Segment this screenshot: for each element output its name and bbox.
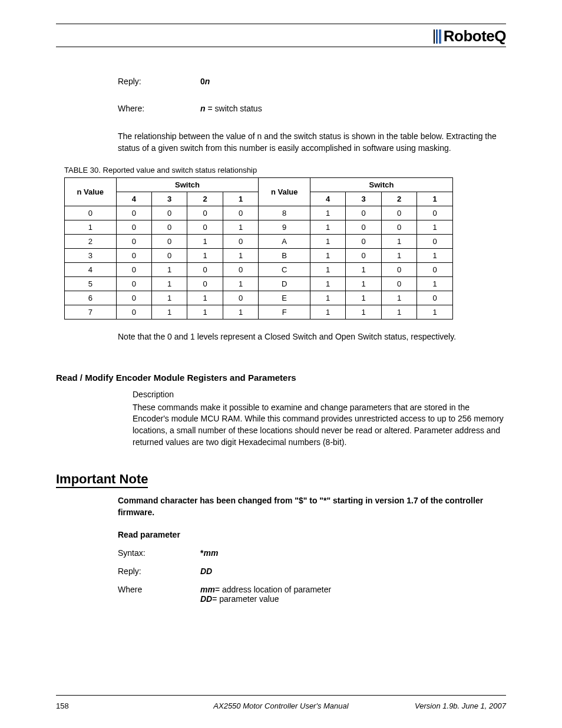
table-cell: 0 xyxy=(116,305,151,319)
table-cell: 7 xyxy=(65,305,117,319)
table-cell: 1 xyxy=(223,220,258,235)
table-cell: 1 xyxy=(310,220,345,235)
table-cell: 0 xyxy=(65,206,117,220)
where-value: n = switch status xyxy=(200,104,262,113)
syntax-row: Syntax: *mm xyxy=(118,548,506,558)
table-cell: 0 xyxy=(346,235,381,249)
reply-row: Reply: 0n xyxy=(118,77,506,86)
logo-text: RoboteQ xyxy=(444,27,506,45)
table-row: 1000191001 xyxy=(65,220,453,235)
table-cell: 0 xyxy=(346,206,381,220)
brand-logo: RoboteQ xyxy=(434,27,506,45)
where-row: Where: n = switch status xyxy=(118,104,506,113)
table-cell: 0 xyxy=(116,206,151,220)
header-row: RoboteQ xyxy=(56,27,506,47)
switch-table: n Value Switch n Value Switch 4 3 2 1 4 … xyxy=(64,177,453,319)
page: RoboteQ Reply: 0n Where: n = switch stat… xyxy=(0,0,562,728)
table-cell: 0 xyxy=(116,291,151,305)
top-rule xyxy=(56,24,506,24)
table-cell: 1 xyxy=(151,277,187,291)
table-cell: 0 xyxy=(381,277,416,291)
table-cell: 0 xyxy=(116,249,151,263)
content: Reply: 0n Where: n = switch status The r… xyxy=(56,47,506,604)
table-cell: 1 xyxy=(187,235,223,249)
table-cell: 1 xyxy=(417,249,453,263)
table-cell: 1 xyxy=(381,291,416,305)
syntax-label: Syntax: xyxy=(118,548,200,558)
table-cell: 1 xyxy=(346,305,381,319)
table-row: 0000081000 xyxy=(65,206,453,220)
table-caption: TABLE 30. Reported value and switch stat… xyxy=(64,166,506,174)
reply-label: Reply: xyxy=(118,77,200,86)
table-cell: 1 xyxy=(381,235,416,249)
table-cell: 1 xyxy=(310,263,345,277)
table-cell: 0 xyxy=(116,220,151,235)
table-cell: 1 xyxy=(417,220,453,235)
table-cell: 4 xyxy=(65,263,117,277)
table-row: 50101D1101 xyxy=(65,277,453,291)
important-note-text: Command character has been changed from … xyxy=(118,495,506,518)
table-cell: 0 xyxy=(417,235,453,249)
table-cell: C xyxy=(259,263,310,277)
table-cell: 1 xyxy=(187,291,223,305)
footer: 158 AX2550 Motor Controller User's Manua… xyxy=(56,701,506,710)
table-cell: 0 xyxy=(346,220,381,235)
paragraph-relationship: The relationship between the value of n … xyxy=(118,131,506,154)
reply2-label: Reply: xyxy=(118,566,200,576)
table-cell: 1 xyxy=(223,249,258,263)
table-cell: 0 xyxy=(116,277,151,291)
col-switch-left: Switch xyxy=(116,178,259,192)
table-cell: 0 xyxy=(381,206,416,220)
table-row: 20010A1010 xyxy=(65,235,453,249)
syntax-value: *mm xyxy=(200,548,218,558)
where2-row: Where mm= address location of parameter … xyxy=(118,585,506,604)
table-cell: 1 xyxy=(310,277,345,291)
footer-rule xyxy=(56,695,506,696)
table-cell: 0 xyxy=(223,206,258,220)
table-cell: 0 xyxy=(151,249,187,263)
col-nvalue-left: n Value xyxy=(65,178,117,206)
table-cell: 1 xyxy=(223,277,258,291)
table-cell: F xyxy=(259,305,310,319)
reply2-row: Reply: DD xyxy=(118,566,506,576)
table-cell: 1 xyxy=(310,291,345,305)
table-head: n Value Switch n Value Switch 4 3 2 1 4 … xyxy=(65,178,453,206)
table-cell: 1 xyxy=(223,305,258,319)
table-cell: 0 xyxy=(223,235,258,249)
table-cell: 1 xyxy=(310,235,345,249)
table-cell: 0 xyxy=(223,263,258,277)
table-cell: 0 xyxy=(151,235,187,249)
table-cell: 0 xyxy=(381,220,416,235)
note-paragraph: Note that the 0 and 1 levels represent a… xyxy=(118,331,506,343)
table-cell: 0 xyxy=(187,220,223,235)
table-cell: 6 xyxy=(65,291,117,305)
where-label: Where: xyxy=(118,104,200,113)
table-body: 0000081000100019100120010A101030011B1011… xyxy=(65,206,453,319)
read-parameter-heading: Read parameter xyxy=(118,530,506,539)
table-cell: 1 xyxy=(346,277,381,291)
col-switch-right: Switch xyxy=(310,178,452,192)
table-cell: 0 xyxy=(187,263,223,277)
table-cell: 1 xyxy=(65,220,117,235)
table-cell: 1 xyxy=(310,305,345,319)
table-cell: 0 xyxy=(151,206,187,220)
table-cell: 1 xyxy=(381,305,416,319)
table-cell: 0 xyxy=(381,263,416,277)
table-cell: 0 xyxy=(417,206,453,220)
table-cell: 1 xyxy=(187,249,223,263)
table-row: 30011B1011 xyxy=(65,249,453,263)
logo-bars-icon xyxy=(434,29,441,44)
table-cell: 0 xyxy=(116,235,151,249)
table-cell: 2 xyxy=(65,235,117,249)
table-cell: 1 xyxy=(151,263,187,277)
table-cell: E xyxy=(259,291,310,305)
table-cell: B xyxy=(259,249,310,263)
table-cell: 8 xyxy=(259,206,310,220)
table-cell: 0 xyxy=(346,249,381,263)
table-cell: 1 xyxy=(346,291,381,305)
table-cell: 0 xyxy=(417,263,453,277)
table-cell: 1 xyxy=(310,249,345,263)
table-cell: 1 xyxy=(151,291,187,305)
table-cell: 1 xyxy=(417,277,453,291)
col-nvalue-right: n Value xyxy=(259,178,310,206)
